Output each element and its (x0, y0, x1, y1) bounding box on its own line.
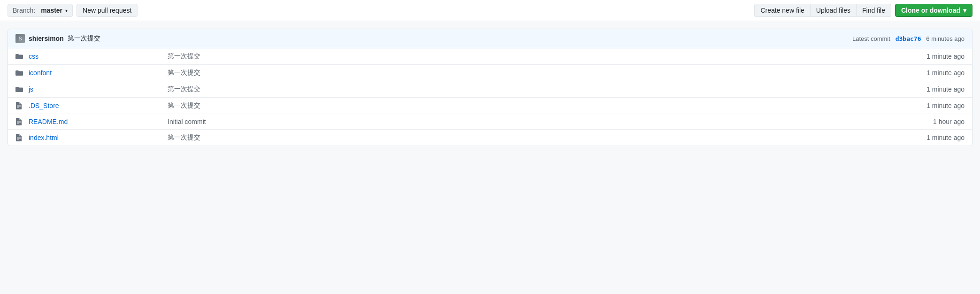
branch-selector[interactable]: Branch: master ▾ (8, 4, 73, 17)
file-icon (15, 102, 25, 109)
top-toolbar: Branch: master ▾ New pull request Create… (0, 0, 980, 21)
repo-file-table: S shiersimon 第一次提交 Latest commit d3bac76… (8, 29, 972, 146)
table-row: index.html第一次提交1 minute ago (8, 130, 972, 146)
commit-time: 6 minutes ago (926, 35, 965, 42)
file-link[interactable]: .DS_Store (29, 102, 59, 109)
file-commit-message: 第一次提交 (160, 133, 908, 142)
file-link[interactable]: README.md (29, 118, 68, 125)
upload-files-button[interactable]: Upload files (810, 4, 856, 17)
table-row: iconfont第一次提交1 minute ago (8, 65, 972, 81)
commit-meta: Latest commit d3bac76 6 minutes ago (852, 35, 965, 42)
avatar-image: S (15, 34, 25, 43)
file-link[interactable]: iconfont (29, 69, 52, 77)
file-time: 1 hour ago (908, 118, 965, 125)
folder-icon (15, 53, 25, 60)
file-link[interactable]: js (29, 85, 33, 93)
find-file-button[interactable]: Find file (856, 4, 891, 17)
author-name[interactable]: shiersimon (29, 35, 64, 42)
clone-caret-icon: ▾ (963, 7, 966, 14)
create-new-file-button[interactable]: Create new file (754, 4, 810, 17)
file-icon (15, 134, 25, 141)
file-action-buttons: Create new file Upload files Find file (754, 4, 891, 17)
branch-caret-icon: ▾ (65, 8, 68, 13)
commit-message: 第一次提交 (68, 34, 100, 43)
table-row: README.mdInitial commit1 hour ago (8, 114, 972, 130)
file-commit-message: 第一次提交 (160, 85, 908, 93)
file-icon (15, 118, 25, 125)
avatar: S (15, 34, 25, 43)
file-rows-container: css第一次提交1 minute ago iconfont第一次提交1 minu… (8, 48, 972, 146)
file-commit-message: Initial commit (160, 118, 908, 125)
file-time: 1 minute ago (908, 53, 965, 60)
file-time: 1 minute ago (908, 102, 965, 109)
commit-header-row: S shiersimon 第一次提交 Latest commit d3bac76… (8, 29, 972, 48)
table-row: js第一次提交1 minute ago (8, 81, 972, 98)
latest-commit-label: Latest commit (852, 35, 890, 42)
folder-icon (15, 70, 25, 76)
commit-hash[interactable]: d3bac76 (896, 35, 921, 42)
file-commit-message: 第一次提交 (160, 69, 908, 77)
clone-or-download-button[interactable]: Clone or download ▾ (895, 4, 972, 17)
branch-label: Branch: (13, 7, 35, 14)
new-pull-request-button[interactable]: New pull request (77, 4, 138, 17)
branch-name: master (41, 7, 62, 14)
file-link[interactable]: css (29, 53, 38, 60)
commit-author-info: S shiersimon 第一次提交 (15, 34, 100, 43)
file-commit-message: 第一次提交 (160, 101, 908, 110)
clone-label: Clone or download (901, 7, 960, 14)
table-row: .DS_Store第一次提交1 minute ago (8, 98, 972, 114)
table-row: css第一次提交1 minute ago (8, 48, 972, 65)
file-time: 1 minute ago (908, 69, 965, 77)
file-commit-message: 第一次提交 (160, 52, 908, 61)
folder-icon (15, 86, 25, 93)
file-time: 1 minute ago (908, 134, 965, 141)
file-time: 1 minute ago (908, 85, 965, 93)
file-link[interactable]: index.html (29, 134, 59, 141)
